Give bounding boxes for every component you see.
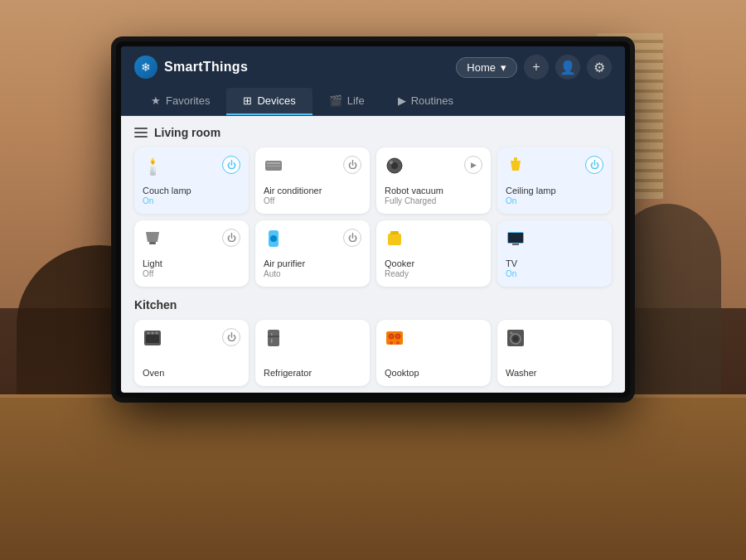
card-top-air-conditioner: ⏻ <box>264 156 361 179</box>
device-status-air-purifier: Auto <box>264 269 361 278</box>
device-card-light[interactable]: ⏻ Light Off <box>134 220 249 287</box>
play-icon: ▶ <box>398 94 406 107</box>
svg-rect-7 <box>514 157 517 161</box>
device-status-light: Off <box>143 269 240 278</box>
svg-point-22 <box>156 332 158 335</box>
device-name-ceiling-lamp: Ceiling lamp <box>506 186 603 196</box>
svg-rect-26 <box>271 339 273 343</box>
device-card-qooktop[interactable]: Qooktop <box>376 320 491 386</box>
svg-rect-17 <box>512 244 519 245</box>
star-icon: ★ <box>151 94 161 107</box>
card-top-ceiling-lamp: ⏻ <box>506 156 603 179</box>
snowflake-icon: ❄ <box>141 60 151 74</box>
device-card-couch-lamp[interactable]: 🕯️ ⏻ Couch lamp On <box>134 147 249 214</box>
card-top-couch-lamp: 🕯️ ⏻ <box>143 156 240 179</box>
app-header: ❄ SmartThings Home ▾ + 👤 ⚙ <box>121 46 625 88</box>
home-selector[interactable]: Home ▾ <box>456 57 517 78</box>
svg-rect-23 <box>268 330 279 346</box>
card-top-light: ⏻ <box>143 229 240 252</box>
svg-rect-27 <box>386 331 403 345</box>
device-name-air-purifier: Air purifier <box>264 258 361 268</box>
svg-rect-25 <box>271 333 273 336</box>
profile-button[interactable]: 👤 <box>555 55 580 80</box>
tab-devices-label: Devices <box>257 94 295 107</box>
card-top-robot-vacuum: ▶ <box>385 156 482 179</box>
card-top-oven: ⏻ <box>143 328 240 351</box>
tv-screen: ❄ SmartThings Home ▾ + 👤 ⚙ ★ Favorites <box>121 46 625 393</box>
header-controls: Home ▾ + 👤 ⚙ <box>456 55 612 80</box>
device-icon-air-purifier <box>264 229 283 252</box>
power-btn-light[interactable]: ⏻ <box>222 229 240 247</box>
device-name-tv: TV <box>506 258 603 268</box>
device-icon-air-conditioner <box>264 156 283 179</box>
device-name-couch-lamp: Couch lamp <box>143 186 240 196</box>
settings-button[interactable]: ⚙ <box>587 55 612 80</box>
kitchen-title: Kitchen <box>134 298 177 311</box>
svg-rect-14 <box>390 231 399 234</box>
device-status-robot-vacuum: Fully Charged <box>385 196 482 205</box>
device-name-refrigerator: Refrigerator <box>264 368 361 378</box>
device-card-robot-vacuum[interactable]: ▶ Robot vacuum Fully Charged <box>376 147 491 214</box>
main-content: Living room 🕯️ ⏻ Couch lamp On <box>121 116 625 393</box>
card-top-qooktop <box>385 328 482 351</box>
living-room-grid: 🕯️ ⏻ Couch lamp On ⏻ Air conditioner <box>134 147 612 287</box>
svg-point-12 <box>270 235 277 242</box>
card-top-tv <box>506 229 603 252</box>
tab-favorites[interactable]: ★ Favorites <box>134 88 226 115</box>
power-btn-air-conditioner[interactable]: ⏻ <box>343 156 361 174</box>
device-card-air-purifier[interactable]: ⏻ Air purifier Auto <box>255 220 370 287</box>
device-status-qooker: Ready <box>385 269 482 278</box>
device-status-couch-lamp: On <box>143 196 240 205</box>
play-btn-robot-vacuum[interactable]: ▶ <box>464 156 482 174</box>
device-card-qooker[interactable]: Qooker Ready <box>376 220 491 287</box>
device-icon-tv <box>506 229 526 252</box>
device-card-refrigerator[interactable]: Refrigerator <box>255 320 370 386</box>
nav-bar: ★ Favorites ⊞ Devices 🎬 Life ▶ Routines <box>121 88 625 116</box>
device-icon-oven <box>143 328 162 351</box>
device-name-washer: Washer <box>506 368 603 378</box>
svg-rect-19 <box>146 335 159 343</box>
device-card-washer[interactable]: Washer <box>497 320 612 386</box>
tv-frame: ❄ SmartThings Home ▾ + 👤 ⚙ ★ Favorites <box>116 41 630 398</box>
device-icon-ceiling-lamp <box>506 156 526 179</box>
device-name-qooktop: Qooktop <box>385 368 482 378</box>
device-card-ceiling-lamp[interactable]: ⏻ Ceiling lamp On <box>497 147 612 214</box>
power-btn-ceiling-lamp[interactable]: ⏻ <box>585 156 603 174</box>
device-name-robot-vacuum: Robot vacuum <box>385 186 482 196</box>
table <box>0 394 746 560</box>
tab-routines[interactable]: ▶ Routines <box>381 88 470 115</box>
tab-routines-label: Routines <box>411 94 453 107</box>
device-status-air-conditioner: Off <box>264 196 361 205</box>
power-btn-oven[interactable]: ⏻ <box>222 328 240 346</box>
tab-life-label: Life <box>347 94 365 107</box>
device-status-ceiling-lamp: On <box>506 196 603 205</box>
tab-favorites-label: Favorites <box>166 94 210 107</box>
chevron-down-icon: ▾ <box>501 61 506 74</box>
device-card-air-conditioner[interactable]: ⏻ Air conditioner Off <box>255 147 370 214</box>
device-icon-couch-lamp: 🕯️ <box>143 156 162 179</box>
tab-devices[interactable]: ⊞ Devices <box>226 88 312 115</box>
svg-point-20 <box>148 332 150 335</box>
device-icon-refrigerator <box>264 328 283 351</box>
add-button[interactable]: + <box>524 55 549 80</box>
power-btn-air-purifier[interactable]: ⏻ <box>343 229 361 247</box>
tab-life[interactable]: 🎬 Life <box>312 88 381 115</box>
device-icon-light <box>143 229 162 252</box>
svg-text:🕯️: 🕯️ <box>143 157 162 176</box>
svg-marker-8 <box>511 161 521 171</box>
power-btn-couch-lamp[interactable]: ⏻ <box>222 156 240 174</box>
device-card-oven[interactable]: ⏻ Oven <box>134 320 249 386</box>
svg-point-34 <box>513 336 518 341</box>
svg-rect-2 <box>267 162 280 164</box>
living-room-title: Living room <box>154 126 220 139</box>
svg-point-30 <box>390 341 393 345</box>
grid-icon: ⊞ <box>243 94 252 107</box>
device-name-oven: Oven <box>143 368 240 378</box>
kitchen-header: Kitchen <box>134 298 612 311</box>
svg-point-28 <box>389 334 394 339</box>
menu-icon[interactable] <box>134 128 148 138</box>
device-icon-qooktop <box>385 328 404 351</box>
device-card-tv[interactable]: TV On <box>497 220 612 287</box>
card-top-refrigerator <box>264 328 361 351</box>
svg-rect-13 <box>388 234 401 245</box>
